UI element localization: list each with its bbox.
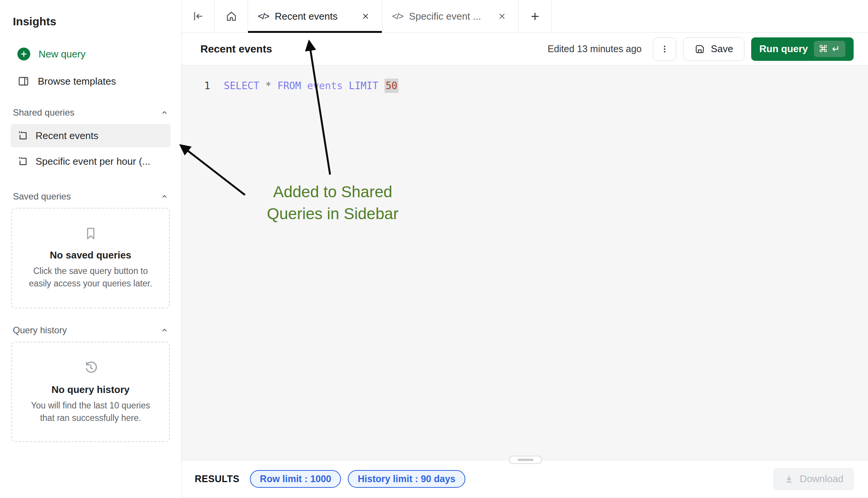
query-history-empty-body: You will find the last 10 queries that r…	[25, 399, 157, 424]
close-icon	[361, 12, 370, 20]
tab-bar: </> Recent events </> Specific event ...…	[181, 0, 868, 33]
save-button[interactable]: Save	[683, 37, 744, 61]
sidebar-item-recent-events[interactable]: Recent events	[11, 124, 170, 147]
shared-queries-label: Shared queries	[13, 107, 74, 118]
annotation-text: Added to Shared Queries in Sidebar	[242, 181, 423, 225]
query-history-empty-title: No query history	[20, 384, 161, 396]
save-label: Save	[711, 43, 733, 55]
sidebar-item-specific-event[interactable]: Specific event per hour (...	[11, 150, 170, 173]
sql-token: *	[265, 80, 271, 91]
page-title: Insights	[13, 15, 170, 28]
line-number: 1	[202, 78, 210, 93]
edited-status: Edited 13 minutes ago	[547, 43, 642, 54]
annotation-line-1: Added to Shared	[242, 181, 423, 203]
chevron-up-icon	[161, 109, 168, 116]
saved-queries-empty-state: No saved queries Click the save query bu…	[11, 208, 170, 308]
tab-recent-events[interactable]: </> Recent events	[248, 0, 382, 32]
query-history-header[interactable]: Query history	[11, 325, 170, 336]
sql-code: SELECT*FROMeventsLIMIT50	[224, 78, 398, 93]
run-query-button[interactable]: Run query ⌘ ↵	[751, 37, 854, 61]
tab-specific-event[interactable]: </> Specific event ...	[382, 0, 519, 32]
query-header: Recent events Edited 13 minutes ago Save…	[181, 33, 868, 65]
home-tab-button[interactable]	[215, 0, 248, 32]
results-bar: RESULTS Row limit : 1000 History limit :…	[181, 460, 868, 498]
query-history-label: Query history	[13, 325, 67, 336]
sql-editor[interactable]: 1 SELECT*FROMeventsLIMIT50 Added to Shar…	[181, 65, 868, 460]
code-icon: </>	[392, 11, 403, 22]
shared-queries-header[interactable]: Shared queries	[11, 107, 170, 118]
plus-icon: +	[531, 9, 539, 23]
query-header-actions: Edited 13 minutes ago Save Run query ⌘ ↵	[547, 37, 854, 61]
home-icon	[225, 10, 238, 23]
new-query-button[interactable]: New query	[11, 45, 170, 63]
kebab-icon	[660, 44, 670, 54]
tab-bar-spacer	[552, 0, 868, 32]
tab-label: Specific event ...	[409, 11, 481, 22]
collapse-left-icon	[192, 10, 205, 23]
keyboard-shortcut-badge: ⌘ ↵	[814, 41, 845, 57]
sidebar: Insights New query Browse templates Shar…	[0, 0, 181, 498]
browse-templates-button[interactable]: Browse templates	[11, 73, 170, 90]
chevron-up-icon	[161, 326, 168, 334]
download-label: Download	[800, 473, 843, 485]
plus-circle-icon	[17, 48, 30, 60]
sql-token: events	[307, 80, 343, 91]
run-query-label: Run query	[760, 43, 808, 55]
close-tab-button[interactable]	[359, 10, 372, 23]
new-tab-button[interactable]: +	[519, 0, 552, 32]
code-line[interactable]: 1 SELECT*FROMeventsLIMIT50	[181, 65, 868, 93]
sidebar-item-label: Specific event per hour (...	[36, 156, 150, 167]
code-icon: </>	[258, 11, 269, 22]
sql-token: LIMIT	[349, 80, 378, 91]
results-label: RESULTS	[195, 473, 239, 484]
save-icon	[694, 43, 705, 55]
query-history-empty-state: No query history You will find the last …	[11, 342, 170, 442]
download-button[interactable]: Download	[773, 468, 854, 490]
new-query-label: New query	[39, 48, 85, 60]
query-title: Recent events	[200, 43, 272, 55]
saved-queries-empty-title: No saved queries	[20, 249, 161, 261]
saved-queries-empty-body: Click the save query button to easily ac…	[25, 265, 157, 290]
more-options-button[interactable]	[653, 37, 676, 61]
browse-templates-label: Browse templates	[38, 76, 116, 87]
saved-queries-label: Saved queries	[13, 191, 71, 202]
insights-app: Insights New query Browse templates Shar…	[0, 0, 868, 498]
sql-token: SELECT	[224, 80, 259, 91]
collapse-sidebar-button[interactable]	[181, 0, 215, 32]
template-icon	[17, 75, 29, 87]
sql-token: FROM	[277, 80, 301, 91]
result-limit-pills: Row limit : 1000 History limit : 90 days	[250, 470, 465, 488]
sidebar-item-label: Recent events	[36, 130, 98, 142]
code-box-icon	[17, 156, 29, 167]
close-tab-button[interactable]	[496, 10, 508, 23]
main-panel: </> Recent events </> Specific event ...…	[181, 0, 868, 498]
history-icon	[82, 359, 99, 376]
chevron-up-icon	[161, 193, 168, 200]
panel-resize-handle[interactable]	[509, 456, 542, 464]
code-box-icon	[17, 130, 29, 141]
download-icon	[784, 474, 794, 484]
annotation-line-2: Queries in Sidebar	[242, 203, 423, 225]
row-limit-pill[interactable]: Row limit : 1000	[250, 470, 341, 488]
history-limit-pill[interactable]: History limit : 90 days	[348, 470, 465, 488]
close-icon	[498, 12, 506, 20]
tab-label: Recent events	[275, 11, 338, 22]
sql-token: 50	[384, 79, 398, 93]
saved-queries-header[interactable]: Saved queries	[11, 191, 170, 202]
bookmark-icon	[82, 225, 99, 242]
